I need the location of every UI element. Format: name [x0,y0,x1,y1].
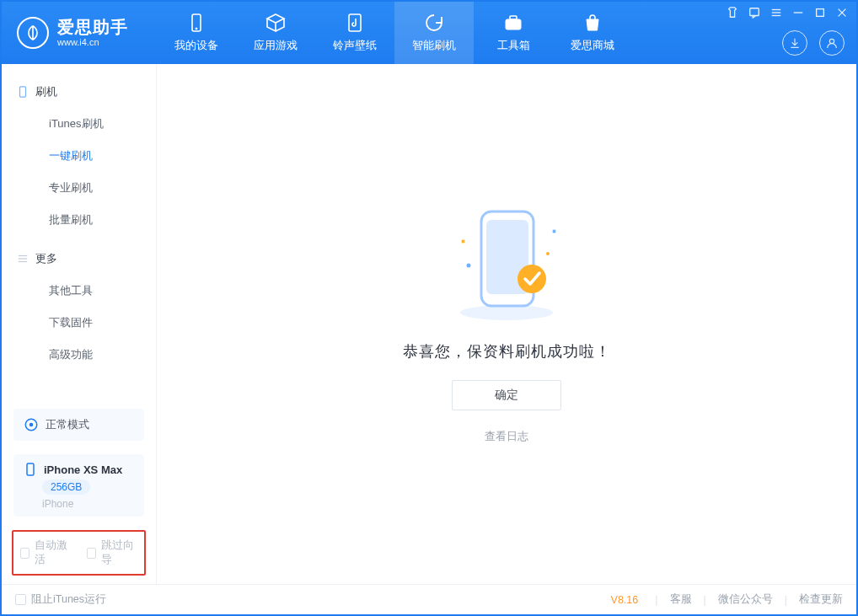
main-content: 恭喜您，保资料刷机成功啦！ 确定 查看日志 [157,64,856,584]
svg-rect-4 [510,16,517,19]
menu-icon[interactable] [770,7,782,19]
success-illustration [435,205,578,323]
device-name: iPhone XS Max [44,463,122,476]
main-nav: 我的设备 应用游戏 铃声壁纸 智能刷机 工具箱 爱思商城 [157,2,632,64]
svg-point-19 [29,423,34,427]
minimize-icon[interactable] [792,7,804,19]
refresh-shield-icon [424,13,444,33]
nav-ringtone-wallpaper[interactable]: 铃声壁纸 [315,2,394,64]
svg-rect-3 [506,19,521,29]
svg-point-1 [196,28,197,29]
checkbox-label: 跳过向导 [101,538,137,567]
sidebar-item-other-tools[interactable]: 其他工具 [2,275,156,307]
maximize-icon[interactable] [814,7,826,19]
window-controls [727,7,848,19]
svg-point-25 [467,263,471,267]
sidebar-item-download-firmware[interactable]: 下载固件 [2,307,156,339]
checkbox-skip-wizard[interactable]: 跳过向导 [87,538,138,567]
cube-icon [265,13,286,33]
svg-rect-20 [27,463,34,475]
mode-icon [24,417,39,432]
nav-label: 应用游戏 [254,38,298,53]
sidebar-item-advanced[interactable]: 高级功能 [2,339,156,371]
app-title: 爱思助手 [57,18,128,37]
checkbox-stop-itunes[interactable]: 阻止iTunes运行 [15,592,106,607]
nav-smart-flash[interactable]: 智能刷机 [394,2,474,64]
phone-icon [17,86,29,98]
device-icon [186,13,206,33]
sidebar-item-itunes-flash[interactable]: iTunes刷机 [2,108,156,140]
sidebar-item-batch-flash[interactable]: 批量刷机 [2,204,156,236]
sidebar-item-one-click-flash[interactable]: 一键刷机 [2,140,156,172]
checkbox-auto-activate[interactable]: 自动激活 [20,538,72,567]
group-title: 刷机 [35,84,57,99]
nav-label: 我的设备 [174,38,218,53]
nav-label: 智能刷机 [412,38,456,53]
toolbox-icon [503,13,523,33]
mode-card[interactable]: 正常模式 [13,409,144,441]
svg-rect-10 [817,9,824,17]
music-file-icon [345,13,365,33]
svg-rect-2 [349,14,361,31]
svg-point-21 [460,305,553,320]
logo-area: 爱思助手 www.i4.cn [2,17,157,49]
sidebar-group-flash[interactable]: 刷机 [2,76,156,108]
svg-point-24 [517,265,546,293]
device-type: iPhone [42,498,73,510]
shirt-icon[interactable] [727,7,738,19]
flash-options-highlighted: 自动激活 跳过向导 [12,530,146,576]
success-message: 恭喜您，保资料刷机成功啦！ [403,341,611,362]
svg-rect-14 [20,87,26,97]
checkbox-label: 自动激活 [35,538,71,567]
footer-link-wechat[interactable]: 微信公众号 [718,592,773,607]
nav-store[interactable]: 爱思商城 [553,2,632,64]
nav-label: 铃声壁纸 [333,38,377,53]
download-icon[interactable] [782,30,807,56]
version-label: V8.16 [611,594,639,606]
nav-my-device[interactable]: 我的设备 [157,2,236,64]
group-title: 更多 [35,251,57,266]
list-icon [17,253,29,265]
device-card[interactable]: iPhone XS Max 256GB iPhone [13,454,144,517]
status-bar: 阻止iTunes运行 V8.16 | 客服 | 微信公众号 | 检查更新 [2,584,856,614]
sidebar-item-pro-flash[interactable]: 专业刷机 [2,172,156,204]
footer-link-support[interactable]: 客服 [670,592,692,607]
svg-rect-5 [750,8,759,16]
device-storage: 256GB [42,479,90,495]
logo-icon [17,17,49,49]
footer-link-update[interactable]: 检查更新 [799,592,843,607]
nav-apps-games[interactable]: 应用游戏 [236,2,315,64]
checkbox-label: 阻止iTunes运行 [31,592,106,607]
mode-label: 正常模式 [46,417,89,432]
sidebar: 刷机 iTunes刷机 一键刷机 专业刷机 批量刷机 更多 其他工具 下载固件 … [2,64,157,584]
svg-point-26 [546,252,550,255]
feedback-icon[interactable] [748,7,760,19]
close-icon[interactable] [836,7,848,19]
nav-label: 工具箱 [497,38,530,53]
header-right-icons [782,30,845,56]
nav-label: 爱思商城 [571,38,614,53]
ok-button[interactable]: 确定 [452,380,561,410]
bag-icon [582,13,603,33]
svg-point-13 [829,39,834,43]
app-header: 爱思助手 www.i4.cn 我的设备 应用游戏 铃声壁纸 智能刷机 工具箱 爱… [2,2,856,64]
app-subtitle: www.i4.cn [57,37,128,48]
nav-toolbox[interactable]: 工具箱 [474,2,553,64]
sidebar-group-more[interactable]: 更多 [2,243,156,275]
device-phone-icon [24,463,37,476]
view-log-link[interactable]: 查看日志 [485,429,528,444]
user-icon[interactable] [819,30,845,56]
